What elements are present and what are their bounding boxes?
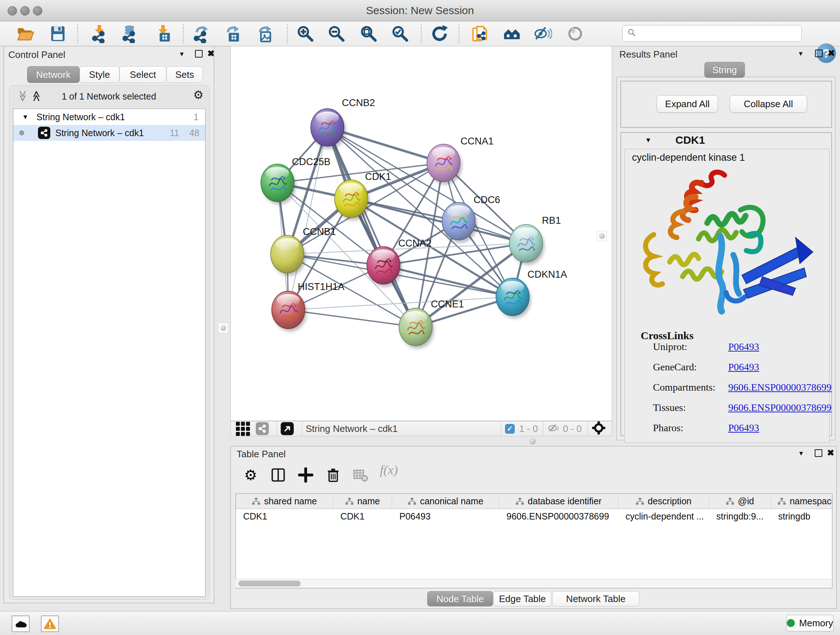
crosslink-label: Pharos:: [653, 422, 684, 434]
network-node-CCNA1[interactable]: [427, 144, 462, 185]
zoom-selected-icon[interactable]: [390, 24, 410, 44]
left-splitter-handle[interactable]: [218, 323, 228, 333]
network-edge[interactable]: [351, 199, 526, 243]
tab-string[interactable]: String: [704, 62, 745, 78]
expand-all-button[interactable]: Expand All: [657, 95, 718, 112]
column-header-namespace[interactable]: namespace: [771, 494, 832, 509]
zoom-out-icon[interactable]: [326, 24, 347, 44]
crosslink-link[interactable]: P06493: [728, 422, 759, 434]
table-cell[interactable]: P06493: [392, 509, 499, 524]
float-panel-icon[interactable]: [815, 50, 823, 57]
open-folder-icon[interactable]: [15, 24, 35, 44]
hidden-eye-slash-icon[interactable]: [547, 423, 559, 435]
network-node-HIST1H1A[interactable]: [272, 291, 307, 332]
apply-function-button[interactable]: f(x): [380, 462, 398, 478]
crosslink-link[interactable]: 9606.ENSP00000378699: [728, 402, 831, 413]
delete-columns-trash-icon[interactable]: [324, 465, 343, 485]
cloud-status-button[interactable]: [11, 616, 30, 632]
close-panel-icon[interactable]: ✖: [827, 448, 834, 457]
tab-style[interactable]: Style: [80, 66, 119, 83]
import-database-icon[interactable]: [119, 24, 140, 44]
network-node-CDK1[interactable]: [335, 180, 370, 220]
birds-eye-view-icon[interactable]: [236, 422, 250, 436]
table-cell[interactable]: CDK1: [236, 509, 333, 524]
table-cell[interactable]: stringdb:9...: [709, 509, 771, 524]
import-table-icon[interactable]: [153, 24, 173, 44]
zoom-fit-icon[interactable]: [358, 24, 379, 44]
network-edge[interactable]: [288, 310, 416, 327]
table-horizontal-scrollbar[interactable]: [235, 579, 832, 588]
warnings-button[interactable]: [41, 616, 59, 632]
export-image-icon[interactable]: [254, 24, 274, 44]
home-icon[interactable]: [502, 24, 522, 44]
network-options-gear-icon[interactable]: ⚙: [193, 89, 204, 101]
collapse-gene-triangle-icon[interactable]: ▼: [645, 136, 652, 144]
save-icon[interactable]: [48, 24, 68, 44]
toolbar-separator: [77, 24, 78, 43]
right-splitter-handle[interactable]: [597, 231, 607, 241]
search-input-field[interactable]: [639, 28, 801, 39]
network-collection-row[interactable]: ▼ String Network – cdk1 1: [13, 109, 205, 125]
export-table-icon[interactable]: [222, 24, 242, 44]
column-header-databaseidentifier[interactable]: database identifier: [499, 494, 618, 509]
network-edge[interactable]: [327, 127, 416, 327]
expand-all-networks-icon[interactable]: ≫: [30, 90, 42, 102]
network-node-CCNB2[interactable]: [311, 109, 346, 149]
delete-table-icon[interactable]: [351, 465, 370, 485]
memory-button[interactable]: Memory: [786, 615, 834, 631]
crosslink-link[interactable]: P06493: [728, 361, 759, 373]
collapse-all-button[interactable]: Collapse All: [729, 95, 807, 112]
float-panel-icon[interactable]: [815, 449, 822, 457]
scrollbar-thumb[interactable]: [238, 581, 301, 586]
tab-sets[interactable]: Sets: [166, 66, 203, 83]
eye-icon[interactable]: [565, 24, 585, 44]
selected-checkbox-icon[interactable]: ✓: [505, 424, 515, 434]
network-node-CCNE1[interactable]: [399, 308, 434, 348]
float-panel-icon[interactable]: [195, 50, 202, 57]
create-column-plus-icon[interactable]: [296, 465, 316, 485]
table-panel-title: Table Panel: [237, 448, 286, 460]
table-cell[interactable]: stringdb: [771, 509, 832, 524]
network-node-RB1[interactable]: [509, 225, 545, 265]
show-columns-icon[interactable]: [268, 465, 288, 485]
tab-select[interactable]: Select: [119, 66, 166, 83]
panel-menu-icon[interactable]: ▼: [798, 450, 804, 457]
import-network-icon[interactable]: [89, 24, 109, 44]
table-options-gear-icon[interactable]: ⚙: [241, 465, 261, 485]
close-panel-icon[interactable]: ✖: [207, 49, 215, 58]
network-node-CDC25B[interactable]: [261, 164, 296, 204]
open-in-window-icon[interactable]: [281, 422, 294, 435]
collapse-all-networks-icon[interactable]: ≫: [17, 90, 29, 102]
close-panel-icon[interactable]: ✖: [828, 49, 835, 57]
horizontal-splitter-handle[interactable]: [529, 438, 536, 445]
collapse-triangle-icon[interactable]: ▼: [22, 113, 28, 121]
table-cell[interactable]: cyclin-dependent ...: [618, 509, 709, 524]
tab-edge-table[interactable]: Edge Table: [493, 591, 551, 606]
network-row[interactable]: String Network – cdk1 11 48: [13, 125, 205, 141]
column-header-description[interactable]: description: [618, 494, 709, 509]
column-header-name[interactable]: name: [333, 494, 392, 509]
panel-menu-icon[interactable]: ▼: [798, 50, 804, 57]
column-header-sharedname[interactable]: shared name: [236, 494, 333, 509]
network-node-CDKN1A[interactable]: [496, 278, 531, 318]
crosslink-link[interactable]: P06493: [728, 341, 759, 353]
zoom-in-icon[interactable]: [295, 24, 316, 44]
crosslink-link[interactable]: 9606.ENSP00000378699: [728, 382, 831, 393]
table-cell[interactable]: CDK1: [333, 509, 392, 524]
tab-network[interactable]: Network: [27, 66, 80, 83]
search-input[interactable]: [622, 25, 802, 42]
clone-view-icon[interactable]: [470, 24, 490, 44]
tab-node-table[interactable]: Node Table: [427, 591, 493, 606]
column-header-canonicalname[interactable]: canonical name: [392, 494, 499, 509]
table-cell[interactable]: 9606.ENSP00000378699: [499, 509, 618, 524]
refresh-icon[interactable]: [429, 24, 450, 44]
network-view-canvas[interactable]: CCNB2CCNA1CDC25BCDK1CDC6RB1CCNB1CCNA2CDK…: [231, 46, 612, 421]
node-table[interactable]: shared namenamecanonical namedatabase id…: [235, 494, 832, 588]
tab-network-table[interactable]: Network Table: [553, 591, 639, 606]
column-header-id[interactable]: @id: [709, 494, 771, 509]
fit-content-crosshair-icon[interactable]: [592, 421, 606, 437]
hide-graphics-icon[interactable]: [532, 24, 553, 44]
string-network-badge-icon[interactable]: [256, 422, 269, 435]
export-network-icon[interactable]: [191, 24, 211, 44]
panel-menu-icon[interactable]: ▼: [179, 51, 185, 58]
